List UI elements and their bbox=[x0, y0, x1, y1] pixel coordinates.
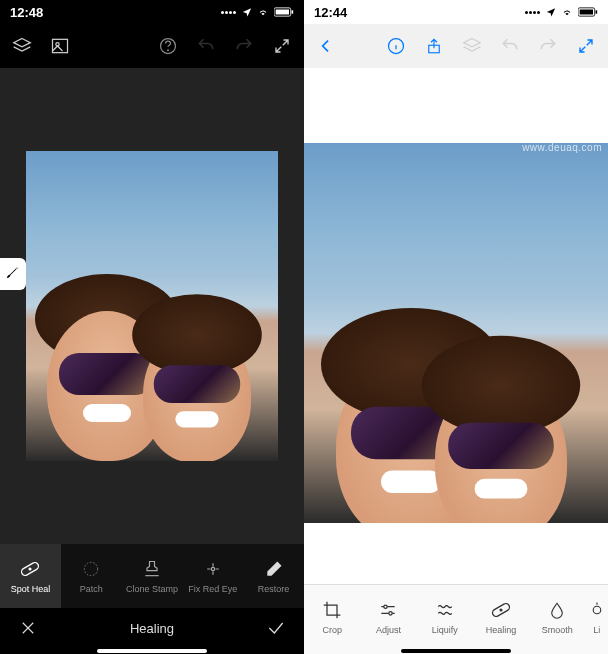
patch-icon bbox=[81, 559, 101, 579]
location-arrow-icon bbox=[546, 7, 556, 17]
healing-tools: Spot Heal Patch Clone Stamp Fix Red Eye … bbox=[0, 544, 304, 608]
adjust-tool[interactable]: Adjust bbox=[360, 585, 416, 648]
undo-button[interactable] bbox=[194, 34, 218, 58]
app-toolbar bbox=[0, 24, 304, 68]
svg-point-6 bbox=[168, 50, 169, 51]
undo-icon bbox=[196, 36, 216, 56]
image-button[interactable] bbox=[48, 34, 72, 58]
home-indicator[interactable] bbox=[0, 648, 304, 654]
left-editor-pane: 12:48 bbox=[0, 0, 304, 654]
watermark: www.deuaq.com bbox=[522, 142, 602, 153]
drop-icon bbox=[548, 600, 566, 620]
crop-icon bbox=[322, 600, 342, 620]
svg-point-19 bbox=[500, 609, 502, 611]
tool-label: Li bbox=[593, 625, 600, 635]
undo-button[interactable] bbox=[498, 34, 522, 58]
layers-icon bbox=[462, 36, 482, 56]
svg-point-16 bbox=[384, 605, 387, 608]
expand-button[interactable] bbox=[574, 34, 598, 58]
svg-rect-7 bbox=[21, 561, 41, 577]
svg-point-8 bbox=[29, 568, 31, 570]
sliders-icon bbox=[378, 600, 398, 620]
brush-icon bbox=[5, 266, 21, 282]
app-toolbar bbox=[304, 24, 608, 68]
home-indicator[interactable] bbox=[304, 648, 608, 654]
help-button[interactable] bbox=[156, 34, 180, 58]
status-icons bbox=[221, 7, 294, 17]
cancel-button[interactable] bbox=[16, 616, 40, 640]
bandaid-icon bbox=[490, 599, 512, 621]
svg-point-17 bbox=[389, 611, 392, 614]
confirm-button[interactable] bbox=[264, 616, 288, 640]
liquify-tool[interactable]: Liquify bbox=[417, 585, 473, 648]
mode-title: Healing bbox=[130, 621, 174, 636]
tool-label: Smooth bbox=[542, 625, 573, 635]
patch-tool[interactable]: Patch bbox=[61, 544, 122, 608]
layers-button[interactable] bbox=[10, 34, 34, 58]
photo bbox=[26, 151, 278, 461]
x-icon bbox=[19, 619, 37, 637]
clock: 12:44 bbox=[314, 5, 347, 20]
back-button[interactable] bbox=[314, 34, 338, 58]
status-bar: 12:48 bbox=[0, 0, 304, 24]
tool-label: Spot Heal bbox=[11, 584, 51, 594]
more-dots-icon bbox=[221, 11, 236, 14]
battery-icon bbox=[578, 7, 598, 17]
crop-tool[interactable]: Crop bbox=[304, 585, 360, 648]
battery-icon bbox=[274, 7, 294, 17]
svg-rect-1 bbox=[276, 10, 289, 15]
red-eye-tool[interactable]: Fix Red Eye bbox=[182, 544, 243, 608]
canvas[interactable] bbox=[0, 68, 304, 544]
smooth-tool[interactable]: Smooth bbox=[529, 585, 585, 648]
brush-panel-toggle[interactable] bbox=[0, 258, 26, 290]
redo-icon bbox=[538, 36, 558, 56]
svg-point-14 bbox=[389, 39, 404, 54]
liquify-icon bbox=[435, 600, 455, 620]
healing-tool[interactable]: Healing bbox=[473, 585, 529, 648]
svg-point-4 bbox=[56, 43, 59, 46]
status-bar: 12:44 bbox=[304, 0, 608, 24]
restore-tool[interactable]: Restore bbox=[243, 544, 304, 608]
redeye-icon bbox=[203, 559, 223, 579]
wifi-icon bbox=[560, 7, 574, 17]
right-editor-pane: 12:44 bbox=[304, 0, 608, 654]
svg-point-5 bbox=[161, 39, 176, 54]
info-circle-icon bbox=[386, 36, 406, 56]
svg-rect-18 bbox=[491, 602, 511, 618]
redo-button[interactable] bbox=[536, 34, 560, 58]
expand-icon bbox=[273, 37, 291, 55]
share-icon bbox=[425, 35, 443, 57]
more-dots-icon bbox=[525, 11, 540, 14]
layers-icon bbox=[12, 36, 32, 56]
svg-rect-12 bbox=[580, 10, 593, 15]
tool-label: Restore bbox=[258, 584, 290, 594]
share-button[interactable] bbox=[422, 34, 446, 58]
location-arrow-icon bbox=[242, 7, 252, 17]
clock: 12:48 bbox=[10, 5, 43, 20]
eraser-icon bbox=[264, 559, 284, 579]
clone-stamp-tool[interactable]: Clone Stamp bbox=[122, 544, 183, 608]
expand-button[interactable] bbox=[270, 34, 294, 58]
svg-rect-3 bbox=[53, 39, 68, 52]
tool-label: Crop bbox=[322, 625, 342, 635]
stamp-icon bbox=[142, 559, 162, 579]
svg-rect-2 bbox=[292, 10, 294, 13]
layers-button[interactable] bbox=[460, 34, 484, 58]
svg-rect-11 bbox=[578, 8, 595, 16]
tool-label: Patch bbox=[80, 584, 103, 594]
image-icon bbox=[50, 36, 70, 56]
tool-label: Liquify bbox=[432, 625, 458, 635]
light-tool[interactable]: Li bbox=[585, 585, 608, 648]
redo-button[interactable] bbox=[232, 34, 256, 58]
svg-rect-0 bbox=[274, 8, 291, 16]
photo bbox=[304, 143, 608, 523]
mode-bar: Healing bbox=[0, 608, 304, 648]
redo-icon bbox=[234, 36, 254, 56]
tool-label: Healing bbox=[486, 625, 517, 635]
wifi-icon bbox=[256, 7, 270, 17]
tool-label: Fix Red Eye bbox=[188, 584, 237, 594]
spot-heal-tool[interactable]: Spot Heal bbox=[0, 544, 61, 608]
check-icon bbox=[266, 618, 286, 638]
info-button[interactable] bbox=[384, 34, 408, 58]
tool-label: Adjust bbox=[376, 625, 401, 635]
